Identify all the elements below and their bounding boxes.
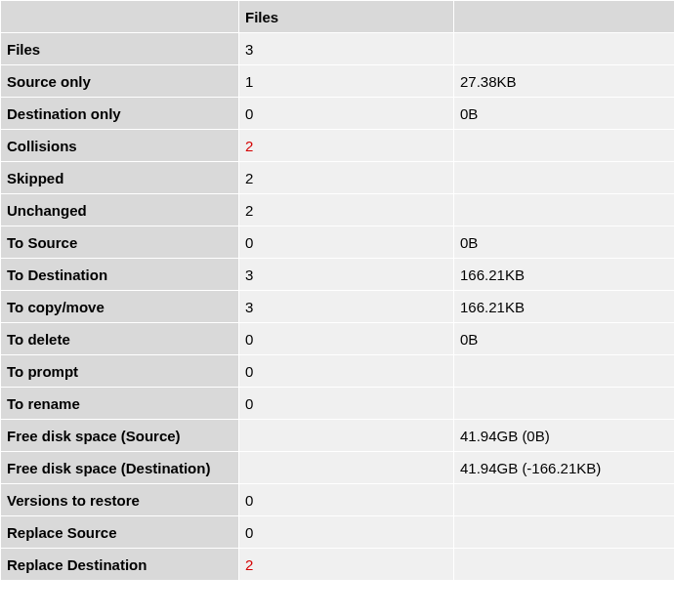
label-skipped: Skipped bbox=[1, 162, 239, 194]
value-to-prompt-files: 0 bbox=[239, 355, 454, 388]
value-to-source-files: 0 bbox=[239, 226, 454, 259]
value-replace-source-size bbox=[454, 516, 675, 549]
label-free-disk-source: Free disk space (Source) bbox=[1, 420, 239, 452]
value-free-disk-source-files bbox=[239, 420, 454, 452]
value-to-prompt-size bbox=[454, 355, 675, 388]
label-files: Files bbox=[1, 33, 239, 65]
label-to-copy-move: To copy/move bbox=[1, 291, 239, 323]
value-to-destination-files: 3 bbox=[239, 259, 454, 291]
header-size bbox=[454, 1, 675, 33]
label-destination-only: Destination only bbox=[1, 98, 239, 130]
value-to-rename-files: 0 bbox=[239, 388, 454, 420]
value-free-disk-destination-files bbox=[239, 452, 454, 484]
value-to-copy-move-size: 166.21KB bbox=[454, 291, 675, 323]
value-files-files: 3 bbox=[239, 33, 454, 65]
header-blank bbox=[1, 1, 239, 33]
value-destination-only-size: 0B bbox=[454, 98, 675, 130]
row-free-disk-destination: Free disk space (Destination) 41.94GB (-… bbox=[1, 452, 675, 484]
value-free-disk-source-size: 41.94GB (0B) bbox=[454, 420, 675, 452]
label-replace-source: Replace Source bbox=[1, 516, 239, 549]
row-source-only: Source only 1 27.38KB bbox=[1, 65, 675, 98]
value-unchanged-files: 2 bbox=[239, 194, 454, 226]
row-to-prompt: To prompt 0 bbox=[1, 355, 675, 388]
value-destination-only-files: 0 bbox=[239, 98, 454, 130]
value-versions-to-restore-size bbox=[454, 484, 675, 516]
value-to-rename-size bbox=[454, 388, 675, 420]
value-skipped-size bbox=[454, 162, 675, 194]
label-to-source: To Source bbox=[1, 226, 239, 259]
value-versions-to-restore-files: 0 bbox=[239, 484, 454, 516]
value-replace-source-files: 0 bbox=[239, 516, 454, 549]
value-source-only-files: 1 bbox=[239, 65, 454, 98]
row-to-source: To Source 0 0B bbox=[1, 226, 675, 259]
header-files: Files bbox=[239, 1, 454, 33]
row-versions-to-restore: Versions to restore 0 bbox=[1, 484, 675, 516]
row-files: Files 3 bbox=[1, 33, 675, 65]
value-source-only-size: 27.38KB bbox=[454, 65, 675, 98]
label-unchanged: Unchanged bbox=[1, 194, 239, 226]
sync-summary-table: Files Files 3 Source only 1 27.38KB Dest… bbox=[0, 0, 674, 581]
row-replace-source: Replace Source 0 bbox=[1, 516, 675, 549]
value-skipped-files: 2 bbox=[239, 162, 454, 194]
value-unchanged-size bbox=[454, 194, 675, 226]
value-replace-destination-size bbox=[454, 549, 675, 581]
label-to-delete: To delete bbox=[1, 323, 239, 355]
row-to-destination: To Destination 3 166.21KB bbox=[1, 259, 675, 291]
value-to-destination-size: 166.21KB bbox=[454, 259, 675, 291]
row-to-delete: To delete 0 0B bbox=[1, 323, 675, 355]
label-source-only: Source only bbox=[1, 65, 239, 98]
value-to-delete-files: 0 bbox=[239, 323, 454, 355]
value-to-source-size: 0B bbox=[454, 226, 675, 259]
row-destination-only: Destination only 0 0B bbox=[1, 98, 675, 130]
value-collisions-files: 2 bbox=[239, 130, 454, 162]
label-to-prompt: To prompt bbox=[1, 355, 239, 388]
value-free-disk-destination-size: 41.94GB (-166.21KB) bbox=[454, 452, 675, 484]
label-to-destination: To Destination bbox=[1, 259, 239, 291]
label-free-disk-destination: Free disk space (Destination) bbox=[1, 452, 239, 484]
label-collisions: Collisions bbox=[1, 130, 239, 162]
label-to-rename: To rename bbox=[1, 388, 239, 420]
row-to-rename: To rename 0 bbox=[1, 388, 675, 420]
row-skipped: Skipped 2 bbox=[1, 162, 675, 194]
label-replace-destination: Replace Destination bbox=[1, 549, 239, 581]
header-row: Files bbox=[1, 1, 675, 33]
row-free-disk-source: Free disk space (Source) 41.94GB (0B) bbox=[1, 420, 675, 452]
row-to-copy-move: To copy/move 3 166.21KB bbox=[1, 291, 675, 323]
value-files-size bbox=[454, 33, 675, 65]
value-replace-destination-files: 2 bbox=[239, 549, 454, 581]
value-to-delete-size: 0B bbox=[454, 323, 675, 355]
row-collisions: Collisions 2 bbox=[1, 130, 675, 162]
row-unchanged: Unchanged 2 bbox=[1, 194, 675, 226]
label-versions-to-restore: Versions to restore bbox=[1, 484, 239, 516]
row-replace-destination: Replace Destination 2 bbox=[1, 549, 675, 581]
value-to-copy-move-files: 3 bbox=[239, 291, 454, 323]
value-collisions-size bbox=[454, 130, 675, 162]
